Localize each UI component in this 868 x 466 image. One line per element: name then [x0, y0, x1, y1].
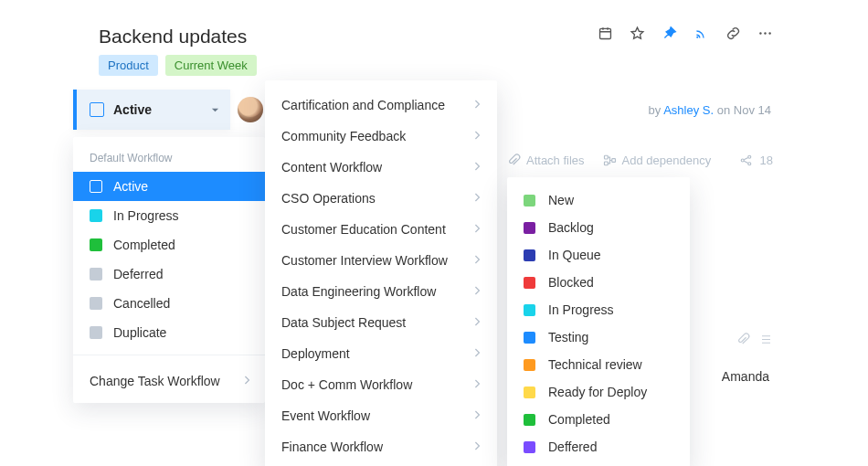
status-option-label: Deferred [113, 267, 163, 281]
tags-row: Product Current Week [99, 55, 257, 76]
chevron-right-icon [473, 377, 481, 392]
status-option-label: Active [113, 179, 148, 194]
workflow-statuses-panel: NewBacklogIn QueueBlockedIn ProgressTest… [507, 177, 690, 466]
workflow-status-label: Deffered [548, 440, 597, 454]
workflow-status-label: Ready for Deploy [548, 385, 647, 399]
workflow-option-label: Cartification and Compliance [281, 98, 445, 112]
svg-point-1 [696, 37, 698, 38]
workflow-status-label: Blocked [548, 275, 594, 290]
svg-rect-7 [611, 159, 615, 163]
status-color-swatch [90, 297, 102, 310]
svg-rect-6 [604, 162, 608, 165]
status-color-swatch [90, 268, 102, 281]
add-dependency-button[interactable]: Add dependency [603, 154, 712, 167]
workflow-status-option[interactable]: Blocked [507, 269, 690, 296]
workflow-option[interactable]: Content Workflow [265, 152, 497, 183]
workflow-option-label: Customer Interview Workflow [281, 253, 448, 268]
chevron-right-icon [473, 191, 481, 206]
workflow-status-label: In Progress [548, 302, 614, 317]
workflow-option-label: CSO Operations [281, 191, 376, 206]
workflow-list-panel: Cartification and ComplianceCommunity Fe… [265, 80, 497, 466]
star-icon[interactable] [630, 26, 645, 45]
status-option[interactable]: Active [73, 172, 265, 201]
rss-icon[interactable] [693, 26, 709, 45]
status-color-swatch [524, 195, 535, 207]
paperclip-icon[interactable] [736, 333, 750, 350]
workflow-option-label: Customer Education Content [281, 222, 446, 237]
add-dependency-label: Add dependency [622, 154, 712, 167]
workflow-option[interactable]: Customer Interview Workflow [265, 245, 497, 276]
workflow-option[interactable]: Customer Education Content [265, 214, 497, 245]
tag-current-week[interactable]: Current Week [165, 55, 257, 76]
page-title: Backend updates [99, 26, 247, 48]
status-color-swatch [90, 238, 102, 251]
workflow-status-option[interactable]: In Queue [507, 241, 690, 269]
status-option[interactable]: Completed [73, 230, 265, 259]
svg-point-9 [747, 155, 750, 158]
change-workflow-button[interactable]: Change Task Workflow [73, 363, 265, 397]
caret-down-icon [211, 101, 219, 118]
status-option[interactable]: Duplicate [73, 318, 265, 347]
workflow-option[interactable]: Data Subject Request [265, 307, 497, 338]
status-option[interactable]: Cancelled [73, 289, 265, 318]
workflow-status-label: Testing [548, 330, 588, 344]
workflow-option-label: Data Subject Request [281, 315, 406, 330]
workflow-status-option[interactable]: Technical review [507, 351, 690, 378]
assignee-avatar[interactable] [238, 97, 263, 122]
workflow-status-option[interactable]: Backlog [507, 214, 690, 241]
status-color-swatch [90, 180, 102, 193]
status-color-swatch [524, 222, 535, 234]
byline-prefix: by [649, 103, 664, 117]
workflow-status-option[interactable]: Completed [507, 406, 690, 433]
more-icon[interactable] [757, 26, 773, 45]
workflow-option[interactable]: Deployment [265, 338, 497, 369]
workflow-status-option[interactable]: Testing [507, 323, 690, 351]
attach-files-button[interactable]: Attach files [507, 154, 585, 167]
chevron-right-icon [473, 160, 481, 175]
status-color-swatch [524, 414, 535, 426]
workflow-option[interactable]: Community Feedback [265, 121, 497, 152]
meta-row: Attach files Add dependency [507, 154, 711, 167]
chevron-right-icon [473, 284, 481, 299]
workflow-status-option[interactable]: Deffered [507, 433, 690, 461]
svg-point-10 [747, 163, 750, 165]
attach-files-label: Attach files [526, 154, 585, 167]
workflow-option[interactable]: Doc + Comm Workflow [265, 369, 497, 400]
status-color-swatch [524, 359, 535, 371]
tag-product[interactable]: Product [99, 55, 158, 76]
pin-icon[interactable] [662, 26, 677, 45]
chevron-right-icon [473, 253, 481, 268]
svg-point-8 [741, 159, 744, 162]
chevron-right-icon [243, 374, 250, 388]
calendar-icon[interactable] [598, 26, 613, 45]
share-count[interactable]: 18 [739, 154, 773, 167]
status-color-swatch [524, 441, 535, 453]
status-color-swatch [524, 277, 535, 289]
workflow-status-option[interactable]: In Progress [507, 296, 690, 323]
status-option[interactable]: Deferred [73, 259, 265, 289]
status-option[interactable]: In Progress [73, 201, 265, 230]
workflow-option[interactable]: CSO Operations [265, 183, 497, 214]
author-link[interactable]: Ashley S. [663, 103, 714, 117]
chevron-right-icon [473, 129, 481, 143]
workflow-status-option[interactable]: Ready for Deploy [507, 378, 690, 406]
workflow-option[interactable]: Finance Workflow [265, 431, 497, 462]
toolbar [598, 26, 773, 45]
workflow-option[interactable]: Cartification and Compliance [265, 90, 497, 121]
chevron-right-icon [473, 98, 481, 112]
link-icon[interactable] [725, 26, 741, 45]
workflow-option[interactable]: Event Workflow [265, 400, 497, 431]
chevron-right-icon [473, 315, 481, 330]
workflow-status-option[interactable]: New [507, 186, 690, 214]
workflow-status-label: Completed [548, 412, 610, 427]
workflow-option-label: Data Engineering Workflow [281, 284, 436, 299]
workflow-option-label: Community Feedback [281, 129, 406, 143]
list-icon[interactable] [759, 333, 773, 350]
status-selector[interactable]: Active [73, 90, 230, 130]
workflow-option-label: Event Workflow [281, 408, 370, 423]
workflow-option[interactable]: Data Engineering Workflow [265, 276, 497, 307]
svg-point-2 [759, 32, 761, 34]
svg-point-3 [764, 32, 766, 34]
chevron-right-icon [473, 222, 481, 237]
attachment-actions [736, 333, 773, 350]
